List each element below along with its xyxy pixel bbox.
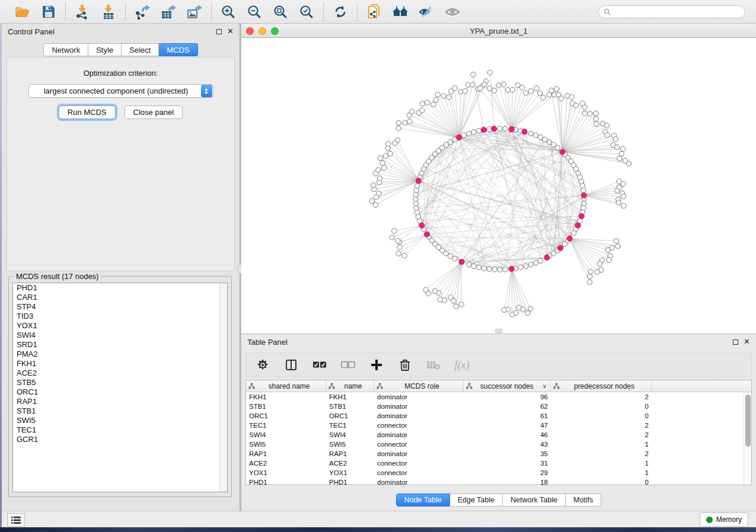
mcds-node[interactable] [509, 127, 514, 132]
close-table-panel-icon[interactable]: ✕ [744, 339, 750, 345]
network-node[interactable] [538, 258, 543, 263]
table-row[interactable]: STB1STB1dominator620 [246, 402, 744, 411]
result-item[interactable]: SWI4 [13, 331, 227, 340]
network-node[interactable] [471, 72, 476, 77]
mcds-node[interactable] [522, 129, 527, 134]
network-node[interactable] [397, 245, 402, 249]
network-node[interactable] [459, 302, 464, 307]
network-node[interactable] [588, 111, 592, 116]
search-box[interactable] [598, 5, 745, 18]
memory-button[interactable]: Memory [700, 512, 748, 527]
mcds-node[interactable] [509, 266, 514, 271]
mcds-node[interactable] [560, 149, 565, 155]
mcds-node[interactable] [575, 223, 580, 228]
tab-edge-table[interactable]: Edge Table [450, 493, 503, 507]
mcds-node[interactable] [558, 245, 563, 251]
network-node[interactable] [369, 198, 374, 203]
network-node[interactable] [378, 156, 382, 161]
network-node[interactable] [431, 102, 436, 107]
network-node[interactable] [380, 161, 385, 165]
show-columns-button[interactable] [284, 358, 298, 372]
network-node[interactable] [587, 280, 592, 284]
network-node[interactable] [390, 235, 394, 240]
network-node[interactable] [435, 92, 440, 97]
network-node[interactable] [377, 191, 381, 196]
network-node[interactable] [481, 266, 486, 271]
network-node[interactable] [614, 239, 618, 243]
result-item[interactable]: PMA2 [13, 350, 227, 359]
export-image-button[interactable] [186, 4, 203, 20]
network-node[interactable] [497, 126, 502, 131]
network-node[interactable] [528, 262, 533, 267]
table-row[interactable]: YOX1YOX1connector291 [246, 468, 744, 477]
result-item[interactable]: STP4 [13, 302, 227, 312]
network-node[interactable] [595, 270, 599, 274]
network-node[interactable] [396, 120, 401, 125]
table-settings-button[interactable] [256, 358, 270, 372]
network-node[interactable] [538, 135, 543, 140]
network-node[interactable] [525, 310, 530, 315]
network-node[interactable] [509, 312, 514, 317]
network-node[interactable] [573, 103, 578, 108]
tab-select[interactable]: Select [122, 43, 159, 56]
table-row[interactable]: FKH1FKH1dominator962 [246, 392, 744, 402]
network-canvas[interactable] [241, 38, 756, 334]
tab-motifs[interactable]: Motifs [566, 493, 601, 507]
network-node[interactable] [524, 91, 528, 95]
network-node[interactable] [461, 133, 466, 137]
zoom-fit-button[interactable] [272, 4, 289, 20]
table-row[interactable]: SWI4SWI4dominator462 [246, 430, 744, 440]
mcds-node[interactable] [424, 232, 429, 237]
result-item[interactable]: PHD1 [13, 283, 227, 293]
float-panel-icon[interactable] [216, 29, 222, 34]
result-item[interactable]: SRD1 [13, 340, 227, 350]
mcds-node[interactable] [457, 134, 462, 140]
network-node[interactable] [617, 156, 622, 161]
network-node[interactable] [621, 203, 626, 208]
network-node[interactable] [470, 82, 475, 87]
select-all-button[interactable] [312, 358, 327, 372]
home-networks-button[interactable] [391, 4, 409, 20]
deselect-all-button[interactable] [341, 358, 355, 372]
column-header-shared-name[interactable]: shared name [246, 380, 326, 392]
column-header-predecessor-nodes[interactable]: predecessor nodes [551, 380, 652, 392]
table-row[interactable]: ORC1ORC1dominator610 [246, 411, 744, 421]
result-item[interactable]: ORC1 [13, 387, 227, 397]
network-node[interactable] [605, 248, 610, 252]
network-node[interactable] [582, 105, 587, 110]
network-node[interactable] [492, 88, 496, 93]
network-node[interactable] [537, 91, 542, 95]
delete-column-button[interactable] [398, 358, 412, 372]
network-node[interactable] [454, 304, 458, 309]
network-node[interactable] [478, 86, 483, 91]
result-list-scrollbar[interactable] [219, 283, 227, 492]
network-node[interactable] [581, 188, 586, 193]
network-node[interactable] [376, 168, 381, 172]
network-node[interactable] [403, 120, 407, 125]
network-node[interactable] [407, 119, 412, 124]
table-row[interactable]: SWI5SWI5connector431 [246, 440, 744, 449]
network-node[interactable] [503, 126, 508, 131]
tab-node-table[interactable]: Node Table [396, 493, 450, 507]
network-node[interactable] [441, 94, 446, 98]
network-node[interactable] [533, 260, 538, 265]
network-node[interactable] [607, 257, 611, 262]
network-node[interactable] [613, 137, 618, 142]
table-row[interactable]: PHD1PHD1dominator180 [246, 477, 744, 485]
mcds-node[interactable] [567, 236, 572, 241]
network-node[interactable] [518, 265, 523, 270]
result-item[interactable]: SWI5 [13, 416, 227, 425]
network-node[interactable] [533, 133, 538, 137]
network-node[interactable] [442, 298, 446, 303]
mcds-node[interactable] [581, 193, 586, 198]
network-node[interactable] [524, 264, 528, 268]
network-node[interactable] [554, 86, 559, 91]
network-node[interactable] [419, 108, 424, 113]
result-item[interactable]: STB1 [13, 406, 227, 416]
network-node[interactable] [597, 261, 602, 266]
network-node[interactable] [465, 82, 470, 87]
network-node[interactable] [582, 111, 587, 116]
network-node[interactable] [619, 151, 624, 156]
result-item[interactable]: STB5 [13, 378, 227, 387]
network-node[interactable] [423, 287, 428, 292]
